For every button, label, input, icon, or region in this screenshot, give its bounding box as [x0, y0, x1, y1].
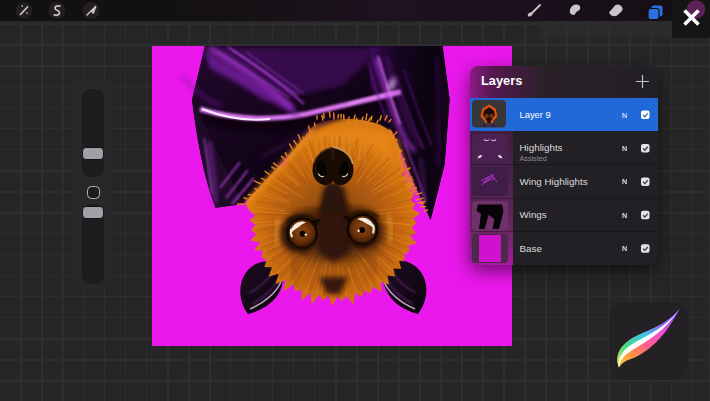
svg-text:N: N	[622, 110, 627, 119]
svg-text:N: N	[622, 177, 627, 186]
svg-text:N: N	[622, 144, 627, 153]
svg-text:N: N	[622, 244, 627, 253]
svg-text:N: N	[622, 210, 627, 219]
